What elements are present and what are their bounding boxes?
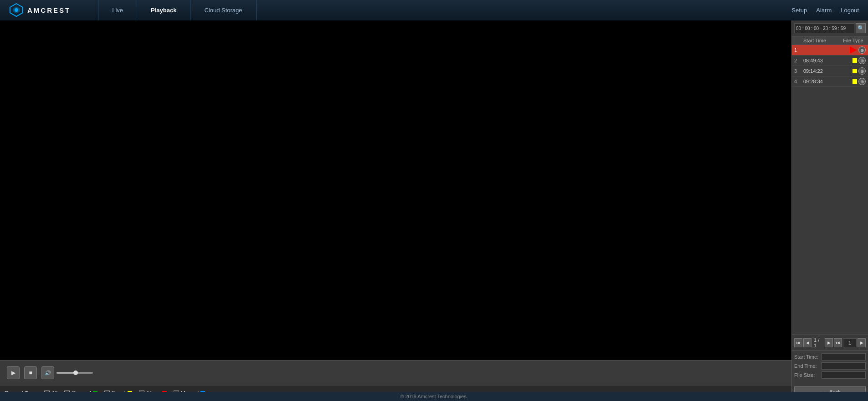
logo-text: AMCREST [27, 6, 71, 14]
file-color-3 [853, 69, 857, 73]
volume-button[interactable]: 🔊 [41, 366, 54, 379]
time-range-input[interactable] [794, 23, 854, 33]
file-type-icons-4: ⊕ [841, 78, 866, 85]
last-page-button[interactable]: ⏭ [834, 338, 842, 347]
file-num-2: 2 [794, 58, 803, 63]
last-page-icon: ⏭ [836, 340, 840, 345]
file-time-3: 09:14:22 [803, 68, 841, 74]
time-search-button[interactable]: 🔍 [856, 23, 866, 33]
file-type-icons-3: ⊕ [841, 67, 866, 75]
prev-page-icon: ◀ [806, 340, 809, 345]
start-time-label: Start Time: [794, 354, 822, 360]
next-page-icon: ▶ [827, 340, 831, 345]
logo-area: AMCREST [9, 3, 71, 17]
play-button[interactable]: ▶ [7, 366, 20, 379]
nav-links: Live Playback Cloud Storage [98, 0, 791, 20]
file-row-1[interactable]: 1 ⊕ [792, 45, 868, 56]
page-info: 1 / 1 [812, 337, 824, 348]
svg-point-2 [15, 8, 18, 12]
volume-thumb[interactable] [73, 371, 78, 375]
file-size-value [822, 371, 866, 379]
nav-logout[interactable]: Logout [841, 7, 859, 14]
end-time-label: End Time: [794, 363, 822, 369]
col-file-type-header: File Type [841, 38, 866, 43]
nav-alarm[interactable]: Alarm [816, 7, 832, 14]
file-list-header: Start Time File Type [792, 36, 868, 45]
goto-page-button[interactable]: ▶ [858, 338, 866, 347]
file-num-1: 1 [794, 47, 803, 53]
file-time-2: 08:49:43 [803, 58, 841, 63]
file-action-3[interactable]: ⊕ [858, 67, 866, 75]
nav-right: Setup Alarm Logout [791, 7, 859, 14]
amcrest-logo-icon [9, 3, 24, 17]
video-player [0, 20, 791, 360]
red-arrow-indicator [850, 46, 857, 54]
right-panel: 🔍 Start Time File Type 1 ⊕ 2 [791, 20, 868, 401]
file-type-icons-1: ⊕ [841, 46, 866, 54]
page-input[interactable] [843, 338, 857, 347]
file-row-3[interactable]: 3 09:14:22 ⊕ [792, 66, 868, 76]
footer: © 2019 Amcrest Technologies. [0, 392, 868, 401]
pagination-row: ⏮ ◀ 1 / 1 ▶ ⏭ ▶ [792, 335, 868, 350]
main-content: ▶ ■ 🔊 Record Type ✓ All [0, 20, 868, 401]
top-navigation: AMCREST Live Playback Cloud Storage Setu… [0, 0, 868, 20]
time-range-row: 🔍 [792, 20, 868, 36]
file-time-4: 09:28:34 [803, 79, 841, 84]
file-row-2[interactable]: 2 08:49:43 ⊕ [792, 56, 868, 66]
play-icon: ▶ [11, 370, 15, 376]
file-color-2 [853, 58, 857, 63]
prev-page-button[interactable]: ◀ [803, 338, 812, 347]
stop-icon: ■ [29, 370, 32, 376]
nav-cloud-storage[interactable]: Cloud Storage [190, 0, 256, 20]
file-action-1[interactable]: ⊕ [858, 46, 866, 54]
controls-bar: ▶ ■ 🔊 [0, 360, 791, 385]
file-action-2[interactable]: ⊕ [858, 57, 866, 64]
next-page-button[interactable]: ▶ [825, 338, 833, 347]
file-size-label: File Size: [794, 372, 822, 378]
col-start-time-header: Start Time [803, 38, 841, 43]
col-num-header [794, 38, 803, 43]
nav-playback[interactable]: Playback [137, 0, 190, 20]
start-time-value [822, 353, 866, 360]
file-color-4 [853, 79, 857, 84]
footer-text: © 2019 Amcrest Technologies. [400, 394, 468, 399]
file-info: Start Time: End Time: File Size: [792, 350, 868, 383]
volume-control: 🔊 [41, 366, 93, 379]
file-row-4[interactable]: 4 09:28:34 ⊕ [792, 76, 868, 87]
file-list: 1 ⊕ 2 08:49:43 ⊕ 3 09:14:2 [792, 45, 868, 335]
start-time-row: Start Time: [794, 353, 866, 360]
end-time-value [822, 362, 866, 370]
file-type-icons-2: ⊕ [841, 57, 866, 64]
nav-setup[interactable]: Setup [791, 7, 807, 14]
video-section: ▶ ■ 🔊 Record Type ✓ All [0, 20, 791, 401]
file-num-4: 4 [794, 79, 803, 84]
file-action-4[interactable]: ⊕ [858, 78, 866, 85]
file-size-row: File Size: [794, 371, 866, 379]
end-time-row: End Time: [794, 362, 866, 370]
volume-fill [56, 372, 75, 374]
first-page-button[interactable]: ⏮ [794, 338, 802, 347]
first-page-icon: ⏮ [796, 340, 801, 345]
stop-button[interactable]: ■ [24, 366, 37, 379]
goto-page-icon: ▶ [860, 340, 863, 345]
nav-live[interactable]: Live [98, 0, 137, 20]
file-num-3: 3 [794, 68, 803, 74]
volume-slider[interactable] [56, 372, 93, 374]
search-icon: 🔍 [858, 25, 864, 31]
